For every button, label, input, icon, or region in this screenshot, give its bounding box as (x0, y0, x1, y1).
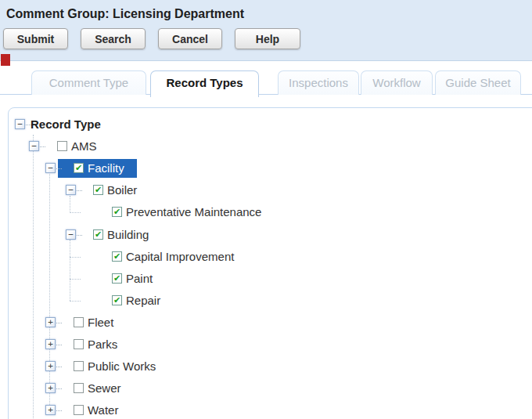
tree-connector-stub (40, 146, 45, 147)
tab-record-types[interactable]: Record Types (150, 70, 259, 97)
expander-plus-icon[interactable]: + (45, 339, 56, 349)
checkbox-checked[interactable] (93, 185, 103, 195)
expander-plus-icon[interactable]: + (45, 405, 56, 415)
tree-node-boiler[interactable]: Boiler (107, 182, 137, 198)
tree-connector-stub (56, 168, 62, 169)
tree-connector-stub (77, 235, 82, 236)
expander-plus-icon[interactable]: + (45, 383, 56, 393)
tree-connector-line (33, 135, 34, 419)
app-window: Comment Group: Licensing Department Subm… (0, 0, 532, 419)
expander-plus-icon[interactable]: + (45, 361, 56, 371)
checkbox-checked[interactable] (112, 207, 122, 217)
checkbox-unchecked[interactable] (74, 361, 84, 371)
checkbox-unchecked[interactable] (74, 317, 84, 327)
checkbox-unchecked[interactable] (57, 141, 67, 151)
tree-node-preventative-maintenance[interactable]: Preventative Maintenance (126, 204, 261, 220)
checkbox-checked[interactable] (112, 251, 122, 262)
tab-workflow[interactable]: Workflow (361, 70, 433, 95)
tree-connector-stub (56, 367, 62, 367)
tree-node-sewer[interactable]: Sewer (88, 381, 121, 396)
expander-minus-icon[interactable]: − (29, 141, 39, 151)
tree-connector-line (49, 174, 50, 406)
tree-node-public-works[interactable]: Public Works (88, 359, 156, 374)
tree-node-repair[interactable]: Repair (126, 293, 160, 309)
tab-comment-type[interactable]: Comment Type (31, 70, 146, 95)
tree-node-ams[interactable]: AMS (71, 139, 97, 154)
tree-connector-stub (56, 345, 62, 345)
checkbox-checked[interactable] (112, 273, 122, 284)
search-button[interactable]: Search (81, 28, 146, 49)
checkbox-checked[interactable] (74, 163, 84, 173)
expander-minus-icon[interactable]: − (66, 229, 76, 240)
red-marker-icon (1, 54, 10, 66)
checkbox-checked[interactable] (112, 295, 122, 305)
tree-connector-line (70, 240, 70, 301)
checkbox-unchecked[interactable] (74, 383, 84, 393)
tab-inspections[interactable]: Inspections (278, 70, 359, 95)
tree-node-fleet[interactable]: Fleet (88, 315, 113, 331)
tree-node-facility[interactable]: Facility (88, 161, 124, 176)
checkbox-unchecked[interactable] (74, 339, 84, 349)
header-band: Comment Group: Licensing Department Subm… (0, 0, 532, 61)
tree-connector-stub (70, 279, 81, 280)
tree-node-water[interactable]: Water (88, 403, 118, 418)
checkbox-unchecked[interactable] (74, 405, 84, 415)
help-button[interactable]: Help (235, 28, 300, 49)
tree-connector-line (70, 196, 70, 213)
cancel-button[interactable]: Cancel (158, 28, 222, 49)
checkbox-checked[interactable] (93, 229, 103, 240)
tree-node-paint[interactable]: Paint (126, 271, 153, 287)
tree-panel: −Record Type−AMS−Facility−BoilerPreventa… (8, 107, 532, 419)
expander-minus-icon[interactable]: − (66, 185, 76, 195)
page-title: Comment Group: Licensing Department (6, 7, 244, 21)
tree-node-record-type[interactable]: Record Type (31, 117, 101, 132)
tree-connector-stub (56, 410, 62, 411)
expander-minus-icon[interactable]: − (15, 119, 25, 129)
tree-node-capital-improvement[interactable]: Capital Improvement (126, 249, 234, 265)
tree-connector-stub (70, 212, 81, 213)
expander-plus-icon[interactable]: + (45, 317, 56, 327)
submit-button[interactable]: Submit (3, 28, 68, 49)
expander-minus-icon[interactable]: − (45, 163, 56, 173)
tree-connector-stub (77, 190, 82, 191)
tree-connector-stub (70, 301, 81, 302)
tree-node-parks[interactable]: Parks (88, 337, 117, 352)
tree-connector-stub (56, 388, 62, 389)
tree-connector-stub (70, 257, 81, 258)
tree-connector-stub (56, 323, 62, 323)
tree-node-building[interactable]: Building (107, 227, 149, 243)
tab-guide-sheet[interactable]: Guide Sheet (435, 70, 521, 95)
